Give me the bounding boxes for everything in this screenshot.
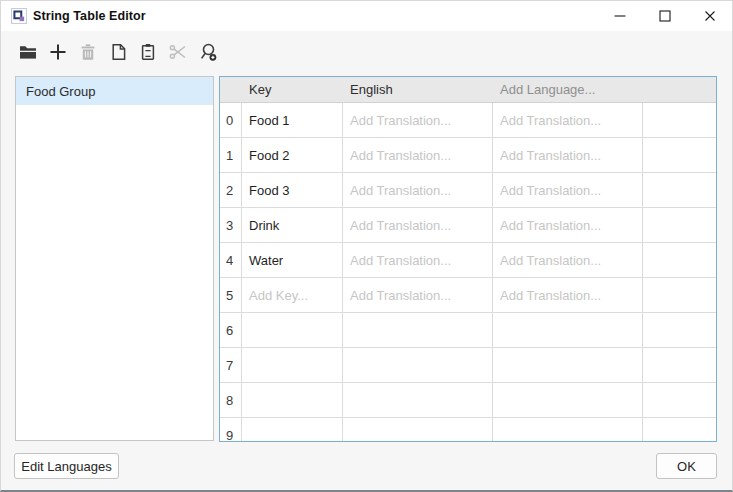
language-cell[interactable]: Add Translation... [493, 173, 643, 208]
english-cell[interactable]: Add Translation... [343, 103, 493, 138]
key-cell[interactable]: Food 1 [242, 103, 343, 138]
empty-cell [643, 418, 716, 442]
key-cell[interactable]: Food 3 [242, 173, 343, 208]
key-cell[interactable]: Add Key... [242, 278, 343, 313]
close-icon [704, 10, 716, 22]
key-cell[interactable] [242, 313, 343, 348]
language-cell[interactable]: Add Translation... [493, 243, 643, 278]
language-cell[interactable] [493, 418, 643, 442]
row-number[interactable]: 9 [220, 418, 242, 442]
key-cell[interactable] [242, 418, 343, 442]
delete-button [78, 42, 98, 64]
english-cell[interactable] [343, 418, 493, 442]
header-extra [643, 77, 716, 103]
empty-cell [643, 208, 716, 243]
empty-cell [643, 103, 716, 138]
paste-clipboard-icon [138, 42, 158, 65]
row-number[interactable]: 7 [220, 348, 242, 383]
row-number[interactable]: 0 [220, 103, 242, 138]
empty-cell [643, 138, 716, 173]
empty-cell [643, 173, 716, 208]
paste-button[interactable] [138, 42, 158, 64]
row-number[interactable]: 8 [220, 383, 242, 418]
english-cell[interactable]: Add Translation... [343, 208, 493, 243]
toolbar [18, 42, 218, 64]
minimize-icon [614, 10, 626, 22]
language-cell[interactable]: Add Translation... [493, 103, 643, 138]
string-table-editor-window: String Table Editor [0, 0, 733, 492]
empty-cell [643, 313, 716, 348]
language-cell[interactable]: Add Translation... [493, 208, 643, 243]
empty-cell [643, 348, 716, 383]
language-cell[interactable] [493, 313, 643, 348]
row-number[interactable]: 5 [220, 278, 242, 313]
row-number[interactable]: 6 [220, 313, 242, 348]
add-button[interactable] [48, 42, 68, 64]
language-cell[interactable] [493, 348, 643, 383]
english-cell[interactable] [343, 348, 493, 383]
english-cell[interactable]: Add Translation... [343, 138, 493, 173]
row-number[interactable]: 2 [220, 173, 242, 208]
english-cell[interactable] [343, 313, 493, 348]
language-cell[interactable]: Add Translation... [493, 138, 643, 173]
magnifier-add-icon [198, 42, 218, 65]
app-logo-icon [11, 8, 27, 24]
find-add-button[interactable] [198, 42, 218, 64]
open-folder-icon [18, 42, 38, 65]
sidebar-item-food-group[interactable]: Food Group [16, 77, 213, 105]
language-cell[interactable]: Add Translation... [493, 278, 643, 313]
header-add-language[interactable]: Add Language... [493, 77, 643, 103]
english-cell[interactable]: Add Translation... [343, 278, 493, 313]
english-cell[interactable]: Add Translation... [343, 173, 493, 208]
empty-cell [643, 383, 716, 418]
header-key: Key [242, 77, 343, 103]
ok-button[interactable]: OK [656, 453, 717, 479]
window-controls [597, 1, 732, 31]
english-cell[interactable]: Add Translation... [343, 243, 493, 278]
empty-cell [643, 243, 716, 278]
copy-icon [108, 42, 128, 65]
key-cell[interactable]: Water [242, 243, 343, 278]
row-number[interactable]: 1 [220, 138, 242, 173]
copy-button[interactable] [108, 42, 128, 64]
row-number[interactable]: 3 [220, 208, 242, 243]
language-cell[interactable] [493, 383, 643, 418]
maximize-icon [659, 10, 671, 22]
empty-cell [643, 278, 716, 313]
key-cell[interactable] [242, 348, 343, 383]
titlebar: String Table Editor [1, 1, 732, 31]
window-title: String Table Editor [33, 1, 146, 31]
scissors-icon [168, 42, 188, 65]
header-row-number [220, 77, 242, 103]
cut-button [168, 42, 188, 64]
maximize-button[interactable] [642, 1, 687, 31]
open-folder-button[interactable] [18, 42, 38, 64]
key-cell[interactable] [242, 383, 343, 418]
trash-icon [78, 42, 98, 65]
key-cell[interactable]: Drink [242, 208, 343, 243]
minimize-button[interactable] [597, 1, 642, 31]
english-cell[interactable] [343, 383, 493, 418]
plus-icon [48, 42, 68, 65]
key-cell[interactable]: Food 2 [242, 138, 343, 173]
close-button[interactable] [687, 1, 732, 31]
edit-languages-button[interactable]: Edit Languages [14, 453, 119, 479]
row-number[interactable]: 4 [220, 243, 242, 278]
string-table: Key English Add Language... 0 Food 1 Add… [219, 76, 717, 442]
header-english: English [343, 77, 493, 103]
string-table-list: Food Group [15, 76, 214, 441]
